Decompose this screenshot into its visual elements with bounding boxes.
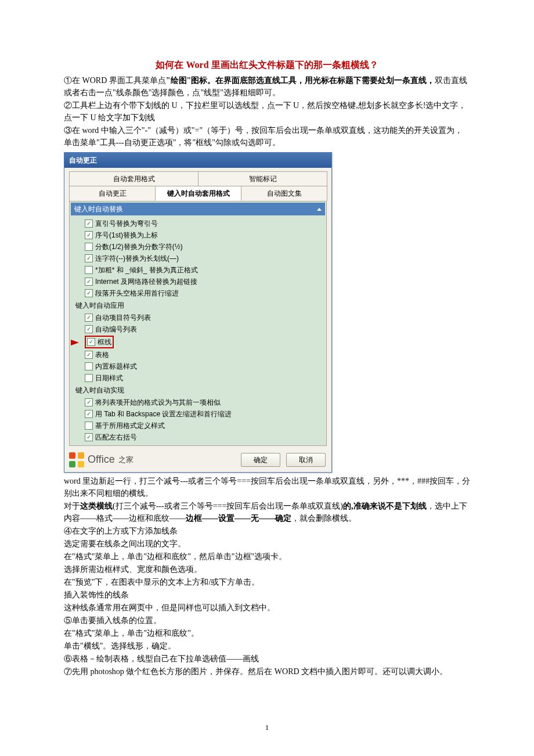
p1b: "绘图"图标。在界面底部选直线工具，用光标在标题下需要处划一条直线， (166, 76, 435, 85)
g3-option[interactable]: 基于所用格式定义样式 (70, 420, 326, 431)
option-label: 将列表项开始的格式设为与其前一项相似 (95, 397, 221, 408)
g1-option[interactable]: ✓直引号替换为弯引号 (70, 218, 326, 229)
checkbox-icon[interactable]: ✓ (85, 254, 93, 262)
group2-label: 键入时自动应用 (70, 299, 326, 312)
tab-autoformat-typing[interactable]: 键入时自动套用格式 (155, 186, 241, 201)
post2b: 这类横线 (80, 502, 113, 510)
autocorrect-dialog: 自动更正 自动套用格式 智能标记 自动更正 键入时自动套用格式 自动图文集 键入… (64, 152, 332, 473)
post7: 在"预览"下，在图表中显示的文本上方和/或下方单击。 (64, 576, 470, 588)
dialog-footer: Office 之家 确定 取消 (64, 449, 331, 472)
checkbox-icon[interactable]: ✓ (85, 410, 93, 418)
post14: ⑦先用 photoshop 做个红色长方形的图片，并保存。然后在 WORD 文档… (64, 665, 470, 678)
tab-autoformat[interactable]: 自动套用格式 (69, 171, 199, 186)
checkbox-icon[interactable]: ✓ (85, 278, 93, 286)
option-label: 序号(1st)替换为上标 (95, 230, 158, 240)
panel-header: 键入时自动替换 (71, 203, 325, 215)
office-logo-text: Office (88, 452, 115, 467)
option-label: 日期样式 (95, 373, 123, 383)
tab-autotext[interactable]: 自动图文集 (241, 186, 327, 201)
post1: word 里边新起一行，打三个减号---或者三个等号===按回车后会出现一条单或… (64, 475, 470, 499)
checkbox-icon[interactable]: ✓ (85, 289, 93, 297)
post2f: 边框——设置——无——确定 (186, 514, 291, 523)
g3-option[interactable]: ✓将列表项开始的格式设为与其前一项相似 (70, 397, 326, 408)
red-arrow-icon (71, 340, 79, 345)
post2c: (打三个减号---或者三个等号===按回车后会出现一条单或双直线) (113, 502, 343, 510)
option-label: 自动项目符号列表 (95, 312, 151, 323)
checkbox-icon[interactable]: ✓ (85, 219, 93, 228)
post4: 选定需要在线条之间出现的文字。 (64, 538, 470, 550)
g2-option[interactable]: 日期样式 (70, 372, 326, 384)
option-label: 自动编号列表 (95, 324, 137, 334)
post2g: ，就会删除横线。 (291, 514, 356, 523)
g3-option[interactable]: ✓用 Tab 和 Backspace 设置左缩进和首行缩进 (70, 408, 326, 420)
option-label: *加粗* 和 _倾斜_ 替换为真正格式 (95, 265, 198, 275)
post10: ⑤单击要插入线条的位置。 (64, 614, 470, 627)
article-title: 如何在 Word 里画出红头文件标题下的那一条粗横线？ (64, 58, 470, 72)
g2-option[interactable]: ✓自动编号列表 (70, 323, 326, 335)
dialog-title-bar: 自动更正 (64, 153, 331, 168)
tab-row-top: 自动套用格式 智能标记 (64, 168, 331, 186)
g1-option[interactable]: *加粗* 和 _倾斜_ 替换为真正格式 (70, 264, 326, 276)
cancel-button[interactable]: 取消 (286, 453, 326, 467)
group3-label: 键入时自动实现 (70, 384, 326, 397)
p2: ②工具栏上边有个带下划线的 U，下拉栏里可以选线型，点一下 U，然后按空格键,想… (64, 99, 470, 124)
post11: 在"格式"菜单上，单击"边框和底纹"。 (64, 627, 470, 639)
checkbox-icon[interactable]: ✓ (85, 314, 93, 322)
option-label: 用 Tab 和 Backspace 设置左缩进和首行缩进 (95, 409, 232, 419)
g1-option[interactable]: ✓段落开头空格采用首行缩进 (70, 287, 326, 299)
post6: 选择所需边框样式、宽度和颜色选项。 (64, 563, 470, 575)
post-paragraphs: word 里边新起一行，打三个减号---或者三个等号===按回车后会出现一条单或… (64, 475, 470, 678)
checkbox-icon[interactable]: ✓ (85, 231, 93, 239)
ok-button[interactable]: 确定 (241, 453, 280, 467)
checkbox-icon[interactable]: ✓ (85, 433, 93, 441)
chevron-up-icon (317, 208, 322, 211)
option-label: 表格 (95, 350, 109, 360)
post2d: 的,准确来说不是下划线 (343, 502, 427, 510)
office-logo: Office 之家 (69, 452, 134, 467)
checkbox-icon[interactable]: ✓ (85, 351, 93, 359)
checkbox-icon[interactable] (85, 422, 93, 430)
g2-option[interactable]: 内置标题样式 (70, 361, 326, 372)
post12: 单击"横线"。选择线形，确定。 (64, 640, 470, 652)
post8: 插入装饰性的线条 (64, 589, 470, 601)
checkbox-icon[interactable] (85, 374, 93, 382)
option-label: Internet 及网络路径替换为超链接 (95, 276, 197, 287)
post2a: 对于 (64, 502, 80, 510)
post3: ④在文字的上方或下方添加线条 (64, 525, 470, 537)
office-logo-suffix: 之家 (118, 454, 134, 466)
option-label: 基于所用格式定义样式 (95, 420, 165, 431)
checkbox-icon[interactable] (85, 266, 93, 274)
g1-option[interactable]: ✓Internet 及网络路径替换为超链接 (70, 276, 326, 287)
post9: 这种线条通常用在网页中，但是同样也可以插入到文档中。 (64, 602, 470, 614)
p1a: ①在 WORD 界面工具菜单点 (64, 76, 166, 85)
checkbox-icon[interactable] (85, 243, 93, 251)
option-label: 框线 (98, 337, 111, 347)
option-label: 匹配左右括号 (95, 432, 137, 442)
panel-header-label: 键入时自动替换 (74, 204, 123, 214)
g3-option[interactable]: ✓匹配左右括号 (70, 431, 326, 443)
checkbox-icon[interactable] (85, 362, 93, 370)
g2-option[interactable]: ✓自动项目符号列表 (70, 312, 326, 323)
option-label: 段落开头空格采用首行缩进 (95, 288, 179, 298)
g2-option[interactable]: ✓框线 (70, 335, 326, 349)
options-panel: 键入时自动替换 ✓直引号替换为弯引号✓序号(1st)替换为上标分数(1/2)替换… (69, 201, 327, 446)
tab-row-bottom: 自动更正 键入时自动套用格式 自动图文集 (64, 186, 331, 201)
g1-option[interactable]: 分数(1/2)替换为分数字符(½) (70, 241, 326, 253)
option-label: 直引号替换为弯引号 (95, 218, 158, 229)
post5: 在"格式"菜单上，单击"边框和底纹"，然后单击"边框"选项卡。 (64, 550, 470, 563)
intro-paragraphs: ①在 WORD 界面工具菜单点"绘图"图标。在界面底部选直线工具，用光标在标题下… (64, 74, 470, 149)
g1-option[interactable]: ✓连字符(--)替换为长划线(—) (70, 253, 326, 264)
p3: ③在 word 中输入三个"-"（减号）或"="（等于）号，按回车后会出现一条单… (64, 124, 470, 149)
tab-smarttags[interactable]: 智能标记 (198, 171, 327, 186)
g2-option[interactable]: ✓表格 (70, 349, 326, 361)
checkbox-icon[interactable]: ✓ (85, 325, 93, 333)
checkbox-icon[interactable]: ✓ (87, 338, 95, 346)
g1-option[interactable]: ✓序号(1st)替换为上标 (70, 229, 326, 241)
tab-autocorrect[interactable]: 自动更正 (69, 186, 156, 201)
option-label: 连字符(--)替换为长划线(—) (95, 253, 179, 264)
post13: ⑥表格－绘制表格，线型自己在下拉单选磅值——画线 (64, 653, 470, 665)
checkbox-icon[interactable]: ✓ (85, 398, 93, 406)
office-logo-icon (69, 452, 84, 467)
option-label: 内置标题样式 (95, 361, 137, 372)
highlight-box: ✓框线 (85, 336, 114, 348)
